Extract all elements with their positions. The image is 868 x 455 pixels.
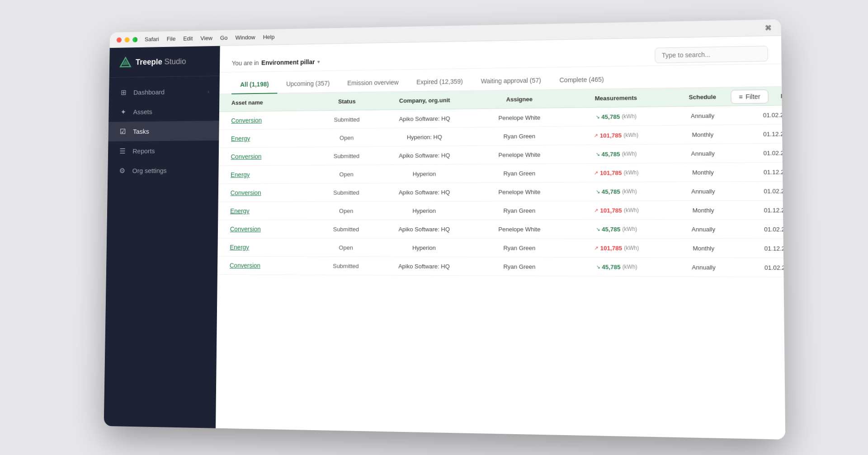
main-content: You are in Environment pillar ▾ All (1,1… xyxy=(216,36,785,439)
asset-name-link[interactable]: Energy xyxy=(230,244,249,251)
status-badge: Submitted xyxy=(333,225,359,232)
app-window:  Safari File Edit View Go Window Help ⌘… xyxy=(104,19,786,439)
asset-name-link[interactable]: Conversion xyxy=(231,117,262,124)
cell-asset-name: Conversion xyxy=(231,152,318,160)
cell-status: Open xyxy=(317,207,375,214)
menu-bar:  Safari File Edit View Go Window Help xyxy=(135,33,275,42)
th-company: Company, org.unit xyxy=(376,96,474,104)
tab-expired[interactable]: Expired (12,359) xyxy=(407,72,472,92)
settings-icon: ⚙ xyxy=(118,166,127,174)
cell-assignee: Ryan Green xyxy=(474,169,565,177)
pillar-name: Environment pillar xyxy=(261,58,315,66)
sidebar-item-tasks[interactable]: ☑ Tasks xyxy=(108,121,219,141)
asset-name-link[interactable]: Conversion xyxy=(230,225,261,233)
cell-schedule: Annually xyxy=(668,225,739,232)
tab-all[interactable]: All (1,198) xyxy=(231,75,278,94)
cell-schedule: Annually xyxy=(668,150,739,157)
cell-company: Hyperion xyxy=(375,244,474,251)
tab-complete[interactable]: Complete (465) xyxy=(550,70,613,90)
cell-schedule: Monthly xyxy=(668,169,739,176)
view-menu[interactable]: View xyxy=(200,34,212,41)
asset-name-link[interactable]: Conversion xyxy=(231,153,261,160)
cell-schedule: Monthly xyxy=(668,206,739,214)
table-body: Conversion Submitted Apiko Software: HQ … xyxy=(217,105,784,277)
file-menu[interactable]: File xyxy=(167,35,176,42)
safari-menu[interactable]: Safari xyxy=(145,36,159,42)
cell-assignee: Penelope White xyxy=(474,113,565,121)
window-controls xyxy=(117,37,138,42)
cell-period: 01.12.22 – 01.12.33 xyxy=(739,206,785,213)
apple-menu[interactable]:  xyxy=(135,36,137,42)
status-badge: Submitted xyxy=(333,262,359,269)
cell-period: 01.12.22 – 01.12.33 xyxy=(739,244,785,252)
assets-icon: ✦ xyxy=(119,108,127,116)
go-menu[interactable]: Go xyxy=(220,34,228,41)
measurement-value: 101,785 xyxy=(600,206,622,213)
cell-schedule: Annually xyxy=(668,263,740,271)
cell-schedule: Monthly xyxy=(667,131,738,138)
window-menu[interactable]: Window xyxy=(235,34,255,41)
sidebar-item-reports[interactable]: ☰ Reports xyxy=(108,140,219,160)
measurement-value: 45,785 xyxy=(602,225,620,232)
th-assignee: Assignee xyxy=(474,95,565,103)
minimize-button[interactable] xyxy=(124,37,129,42)
asset-name-link[interactable]: Energy xyxy=(230,207,250,214)
cell-period: 01.12.22 – 01.12.33 xyxy=(738,130,785,137)
trend-down-icon: ↘ xyxy=(595,113,599,119)
table-row: Energy Open Hyperion Ryan Green ↗ 101,78… xyxy=(217,238,783,258)
close-button[interactable] xyxy=(117,37,122,42)
asset-name-link[interactable]: Energy xyxy=(231,171,250,178)
tab-emission-overview[interactable]: Emission overview xyxy=(339,73,408,93)
cell-asset-name: Conversion xyxy=(231,116,318,124)
cell-status: Submitted xyxy=(317,225,375,232)
treeple-logo-icon xyxy=(119,56,131,68)
table-row: Conversion Submitted Apiko Software: HQ … xyxy=(218,220,783,239)
asset-name-link[interactable]: Conversion xyxy=(231,189,261,196)
tasks-icon: ☑ xyxy=(118,127,127,135)
app-container: Treeple Studio ⊞ Dashboard › ✦ Assets ☑ … xyxy=(104,36,786,439)
trend-down-icon: ↘ xyxy=(596,188,600,194)
cell-measurement: ↘ 45,785 (kWh) xyxy=(566,263,668,270)
sidebar-item-assets[interactable]: ✦ Assets xyxy=(108,101,219,122)
wifi-icon: ⌘ xyxy=(765,23,772,31)
sidebar-item-org-settings[interactable]: ⚙ Org settings xyxy=(108,160,219,180)
cell-company: Apiko Software: HQ xyxy=(375,263,474,270)
measurement-value: 45,785 xyxy=(601,113,620,120)
pillar-selector[interactable]: You are in Environment pillar ▾ xyxy=(232,51,321,72)
cell-asset-name: Energy xyxy=(230,207,317,214)
sidebar-label-assets: Assets xyxy=(133,108,152,115)
cell-status: Submitted xyxy=(318,152,375,159)
cell-assignee: Ryan Green xyxy=(474,244,566,251)
measurement-unit: (kWh) xyxy=(622,113,637,119)
cell-schedule: Monthly xyxy=(668,244,740,252)
sidebar-label-reports: Reports xyxy=(132,147,155,155)
measurement-value: 101,785 xyxy=(600,169,622,176)
cell-measurement: ↗ 101,785 (kWh) xyxy=(565,131,667,139)
cell-status: Submitted xyxy=(317,189,375,196)
cell-assignee: Ryan Green xyxy=(474,263,566,270)
filter-button[interactable]: ≡ Filter xyxy=(731,89,769,103)
tab-waiting-approval[interactable]: Waiting approval (57) xyxy=(472,71,551,91)
edit-menu[interactable]: Edit xyxy=(183,35,193,42)
th-status: Status xyxy=(318,98,376,105)
status-badge: Open xyxy=(340,134,354,141)
measurement-unit: (kWh) xyxy=(624,244,639,251)
cell-measurement: ↘ 45,785 (kWh) xyxy=(565,188,668,195)
asset-name-link[interactable]: Energy xyxy=(231,135,250,142)
sidebar-item-dashboard[interactable]: ⊞ Dashboard › xyxy=(109,81,220,102)
cell-asset-name: Conversion xyxy=(231,189,318,196)
filter-label: Filter xyxy=(745,93,760,100)
cell-status: Open xyxy=(318,170,375,177)
help-menu[interactable]: Help xyxy=(263,33,275,40)
cell-status: Submitted xyxy=(318,116,376,123)
cell-asset-name: Energy xyxy=(230,244,317,251)
asset-name-link[interactable]: Conversion xyxy=(230,262,260,269)
table-row: Conversion Submitted Apiko Software: HQ … xyxy=(217,256,784,277)
status-badge: Submitted xyxy=(334,152,359,159)
tab-upcoming[interactable]: Upcoming (357) xyxy=(278,74,339,94)
measurement-value: 45,785 xyxy=(602,188,620,195)
sidebar-nav: ⊞ Dashboard › ✦ Assets ☑ Tasks ☰ Reports xyxy=(104,76,220,428)
search-input[interactable] xyxy=(655,46,768,63)
measurement-unit: (kWh) xyxy=(623,263,637,270)
status-badge: Open xyxy=(339,244,353,251)
